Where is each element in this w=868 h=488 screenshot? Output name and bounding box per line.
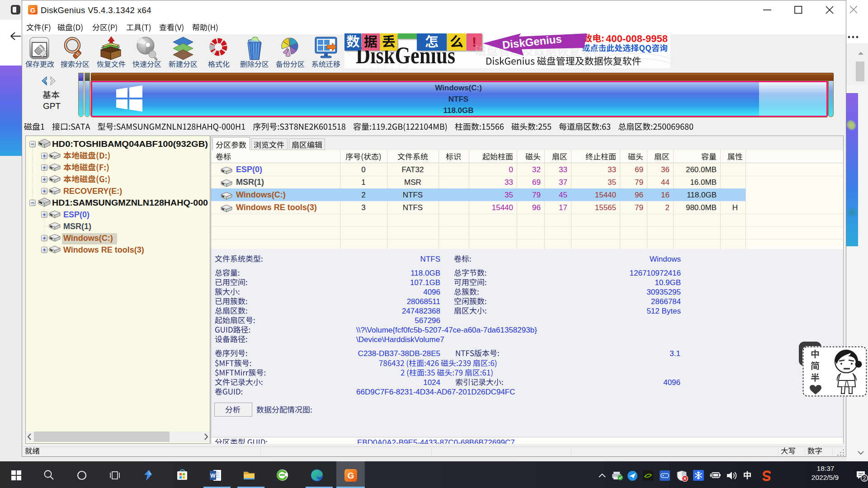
svg-text:G: G bbox=[30, 6, 36, 14]
svg-text:W: W bbox=[210, 473, 216, 479]
svg-text:G: G bbox=[348, 471, 354, 480]
svg-text:2: 2 bbox=[863, 475, 866, 482]
